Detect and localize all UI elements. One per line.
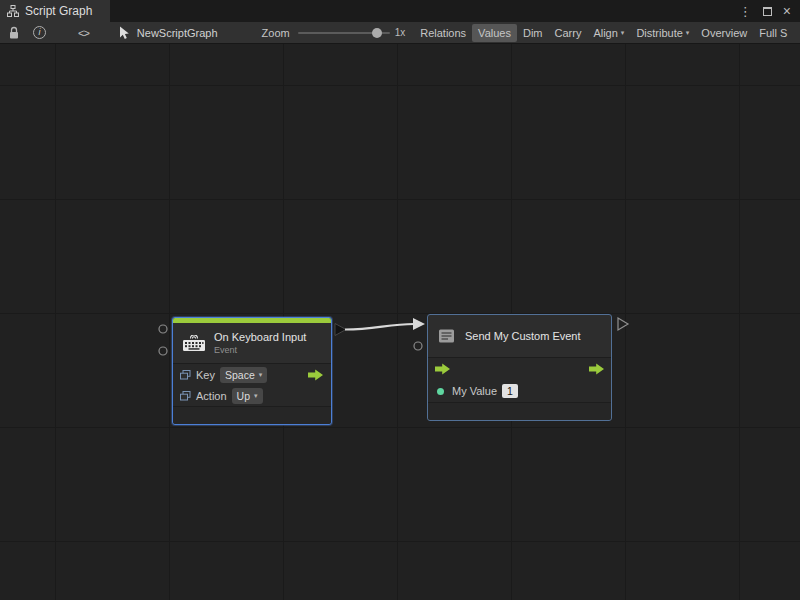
- button-label: Relations: [420, 27, 466, 39]
- node-header[interactable]: On Keyboard Input Event: [173, 323, 331, 363]
- value-port-icon: [180, 370, 191, 380]
- action-dropdown[interactable]: Up ▾: [232, 388, 263, 404]
- code-icon[interactable]: <>: [78, 27, 89, 39]
- node-title: Send My Custom Event: [465, 330, 581, 342]
- wires-layer: [0, 44, 800, 600]
- key-dropdown[interactable]: Space ▾: [220, 367, 267, 383]
- lock-icon[interactable]: [8, 26, 20, 40]
- node-body: Key Space ▾ Action: [173, 363, 331, 406]
- carry-button[interactable]: Carry: [549, 24, 588, 42]
- flow-port-row: [428, 358, 611, 380]
- tab-title: Script Graph: [25, 4, 92, 18]
- key-dropdown-value: Space: [225, 369, 255, 381]
- value-port-dot-icon: [437, 388, 444, 395]
- my-value-input-port[interactable]: [414, 342, 422, 350]
- graph-canvas[interactable]: On Keyboard Input Event Key Space ▾: [0, 44, 800, 600]
- port-label-key: Key: [196, 369, 215, 381]
- action-dropdown-value: Up: [237, 390, 250, 402]
- key-input-port[interactable]: [159, 325, 167, 333]
- flow-output-connector[interactable]: [335, 324, 346, 336]
- zoom-slider-handle[interactable]: [372, 28, 382, 38]
- chevron-down-icon: ▾: [686, 29, 690, 37]
- graph-reference[interactable]: NewScriptGraph: [119, 26, 218, 40]
- graph-toolbar: i <> NewScriptGraph Zoom 1x Relations Va…: [0, 22, 800, 44]
- window-controls: ⋮ ×: [739, 0, 800, 22]
- node-header[interactable]: Send My Custom Event: [428, 315, 611, 357]
- values-button[interactable]: Values: [472, 24, 517, 42]
- overview-button[interactable]: Overview: [695, 24, 753, 42]
- node-title: On Keyboard Input: [214, 331, 306, 343]
- toolbar-buttons: Relations Values Dim Carry Align▾ Distri…: [414, 24, 793, 42]
- zoom-value: 1x: [395, 27, 406, 38]
- node-send-my-custom-event[interactable]: Send My Custom Event My Value 1: [427, 314, 612, 421]
- node-body: My Value 1: [428, 357, 611, 402]
- flow-output-arrow-icon[interactable]: [588, 363, 605, 375]
- dim-button[interactable]: Dim: [517, 24, 549, 42]
- port-row-key: Key Space ▾: [173, 364, 331, 385]
- keyboard-icon: [182, 335, 206, 352]
- button-label: Values: [478, 27, 511, 39]
- node-on-keyboard-input[interactable]: On Keyboard Input Event Key Space ▾: [172, 317, 332, 425]
- flow-output-port-outline[interactable]: [618, 318, 628, 330]
- chevron-down-icon: ▾: [259, 371, 263, 379]
- custom-event-icon: [437, 327, 457, 345]
- script-graph-window: Script Graph ⋮ × i <> NewScriptGraph Zoo…: [0, 0, 800, 600]
- node-footer: [428, 402, 611, 420]
- port-row-my-value: My Value 1: [428, 380, 611, 402]
- zoom-slider[interactable]: [298, 27, 390, 39]
- cursor-icon: [119, 26, 130, 40]
- button-label: Full S: [759, 27, 787, 39]
- wire-arrowhead-icon: [413, 318, 425, 330]
- menu-icon[interactable]: ⋮: [739, 5, 752, 18]
- tab-bar: Script Graph ⋮ ×: [0, 0, 800, 22]
- button-label: Dim: [523, 27, 543, 39]
- port-label-action: Action: [196, 390, 227, 402]
- info-icon[interactable]: i: [33, 26, 46, 39]
- node-footer: [173, 406, 331, 424]
- distribute-dropdown-button[interactable]: Distribute▾: [630, 24, 695, 42]
- my-value-input[interactable]: 1: [502, 384, 518, 398]
- flow-output-arrow-icon[interactable]: [307, 369, 324, 381]
- tab-script-graph[interactable]: Script Graph: [0, 0, 110, 22]
- button-label: Align: [593, 27, 617, 39]
- value-port-icon: [180, 391, 191, 401]
- port-row-action: Action Up ▾: [173, 385, 331, 406]
- button-label: Overview: [701, 27, 747, 39]
- align-dropdown-button[interactable]: Align▾: [587, 24, 630, 42]
- flow-input-arrow-icon[interactable]: [434, 363, 451, 375]
- script-graph-icon: [7, 5, 19, 17]
- relations-button[interactable]: Relations: [414, 24, 472, 42]
- action-input-port[interactable]: [159, 347, 167, 355]
- chevron-down-icon: ▾: [621, 29, 625, 37]
- node-subtitle: Event: [214, 345, 306, 355]
- port-label-my-value: My Value: [452, 385, 497, 397]
- fullscreen-button[interactable]: Full S: [753, 24, 793, 42]
- button-label: Distribute: [636, 27, 682, 39]
- maximize-icon[interactable]: [763, 7, 772, 16]
- chevron-down-icon: ▾: [254, 392, 258, 400]
- graph-name: NewScriptGraph: [137, 27, 218, 39]
- button-label: Carry: [555, 27, 582, 39]
- connection-wire[interactable]: [345, 324, 414, 330]
- zoom-label: Zoom: [262, 27, 290, 39]
- close-icon[interactable]: ×: [783, 4, 791, 18]
